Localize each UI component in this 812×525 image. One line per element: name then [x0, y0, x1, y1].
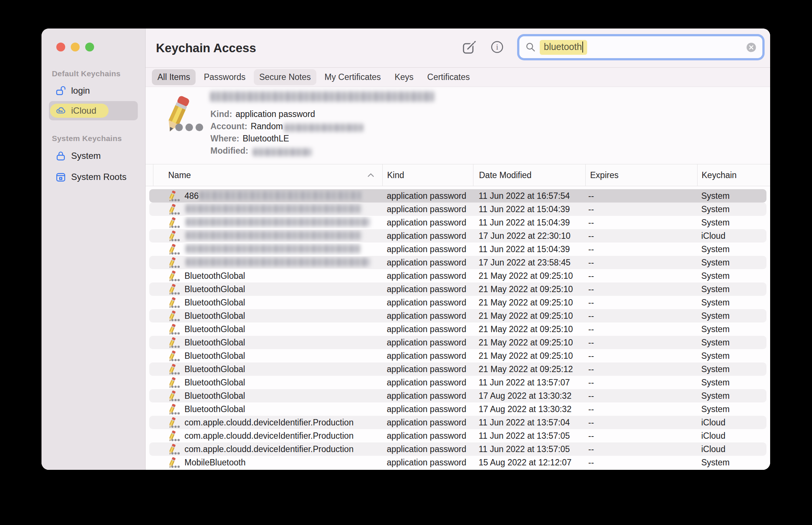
kind-cell: application password: [382, 391, 473, 401]
sidebar-item-label: System Roots: [71, 172, 126, 182]
clear-search-button[interactable]: [746, 42, 756, 53]
zoom-button[interactable]: [85, 43, 94, 51]
pencil-password-icon: [165, 390, 180, 402]
info-icon: i: [490, 40, 504, 56]
keychain-cell: System: [697, 204, 770, 214]
tab-my-certificates[interactable]: My Certificates: [319, 69, 386, 85]
sidebar-item-icloud[interactable]: iCloud: [49, 101, 138, 120]
expires-cell: --: [585, 444, 697, 454]
name-cell: BluetoothGlobal: [153, 390, 382, 402]
sidebar-section-system-keychains: System Keychains: [52, 134, 122, 143]
table-row[interactable]: BluetoothGlobal application password 21 …: [146, 269, 770, 282]
table-row[interactable]: application password 11 Jun 2022 at 15:0…: [146, 216, 770, 229]
table-row[interactable]: BluetoothGlobal application password 21 …: [146, 362, 770, 376]
table-row[interactable]: com.apple.cloudd.deviceIdentifier.Produc…: [146, 442, 770, 456]
column-header-date-modified[interactable]: Date Modified: [473, 164, 585, 186]
table-row[interactable]: application password 11 Jun 2022 at 15:0…: [146, 243, 770, 256]
tab-certificates[interactable]: Certificates: [422, 69, 475, 85]
date-modified-cell: 21 May 2022 at 09:25:10: [473, 311, 585, 321]
kind-cell: application password: [382, 311, 473, 321]
date-modified-cell: 21 May 2022 at 09:25:10: [473, 338, 585, 348]
sidebar-item-login[interactable]: login: [49, 81, 138, 100]
keychain-cell: System: [697, 284, 770, 294]
keychain-cell: System: [697, 458, 770, 468]
pencil-password-icon: [165, 443, 180, 455]
table-row[interactable]: application password 11 Jun 2022 at 15:0…: [146, 203, 770, 216]
pencil-password-icon: [165, 257, 180, 268]
column-header-name[interactable]: Name: [153, 164, 382, 186]
name-cell: [153, 257, 382, 268]
table-row[interactable]: BluetoothGlobal application password 21 …: [146, 336, 770, 349]
kind-cell: application password: [382, 191, 473, 201]
tab-all-items[interactable]: All Items: [152, 69, 196, 85]
table-row[interactable]: application password 17 Jun 2022 at 23:5…: [146, 256, 770, 269]
search-query-text: bluetooth: [544, 41, 582, 52]
column-header-keychain[interactable]: Keychain: [697, 164, 770, 186]
keychain-cell: iCloud: [697, 418, 770, 428]
keychain-access-window: Default Keychains login: [41, 29, 770, 470]
table-row[interactable]: BluetoothGlobal application password 17 …: [146, 389, 770, 402]
kind-cell: application password: [382, 218, 473, 228]
kind-cell: application password: [382, 458, 473, 468]
name-cell: 486: [153, 190, 382, 202]
chevron-up-icon: [367, 173, 375, 178]
keychain-cell: System: [697, 244, 770, 254]
sidebar-item-label: iCloud: [71, 106, 96, 116]
name-cell: com.apple.cloudd.deviceIdentifier.Produc…: [153, 417, 382, 428]
redacted-text: [186, 231, 362, 240]
sidebar-section-default-keychains: Default Keychains: [52, 69, 120, 78]
sidebar-item-label: System: [71, 151, 101, 161]
table-row[interactable]: com.apple.cloudd.deviceIdentifier.Produc…: [146, 429, 770, 442]
column-header-kind[interactable]: Kind: [382, 164, 473, 186]
keychain-cell: System: [697, 271, 770, 281]
expires-cell: --: [585, 311, 697, 321]
date-modified-cell: 21 May 2022 at 09:25:10: [473, 271, 585, 281]
sidebar-item-system-roots[interactable]: System Roots: [49, 167, 138, 187]
pencil-password-icon: [165, 243, 180, 255]
redacted-text: [200, 191, 363, 200]
column-header-expires[interactable]: Expires: [585, 164, 697, 186]
kind-cell: application password: [382, 258, 473, 268]
table-row[interactable]: BluetoothGlobal application password 21 …: [146, 322, 770, 336]
keychain-cell: System: [697, 298, 770, 308]
table-row[interactable]: BluetoothGlobal application password 21 …: [146, 349, 770, 362]
table-body: 486 application password 11 Jun 2022 at …: [146, 186, 770, 470]
table-row[interactable]: BluetoothGlobal application password 21 …: [146, 309, 770, 322]
keychain-cell: System: [697, 338, 770, 348]
tab-secure-notes[interactable]: Secure Notes: [254, 69, 316, 85]
keychain-cell: System: [697, 351, 770, 361]
name-cell: com.apple.cloudd.deviceIdentifier.Produc…: [153, 430, 382, 442]
name-cell: [153, 217, 382, 228]
table-row[interactable]: BluetoothGlobal application password 11 …: [146, 376, 770, 389]
item-detail-text: Kind:application password Account:Random…: [210, 91, 434, 157]
close-button[interactable]: [56, 43, 65, 51]
date-modified-cell: 21 May 2022 at 09:25:10: [473, 298, 585, 308]
minimize-button[interactable]: [71, 43, 80, 51]
table-row[interactable]: com.apple.cloudd.deviceIdentifier.Produc…: [146, 416, 770, 429]
name-cell: BluetoothGlobal: [153, 363, 382, 375]
table-row[interactable]: 486 application password 11 Jun 2022 at …: [146, 189, 770, 203]
expires-cell: --: [585, 458, 697, 468]
tab-keys[interactable]: Keys: [389, 69, 419, 85]
item-name: 486: [184, 191, 199, 201]
table-row[interactable]: application password 17 Jun 2022 at 22:3…: [146, 229, 770, 243]
sidebar-item-system[interactable]: System: [49, 146, 138, 165]
table-row[interactable]: BluetoothGlobal application password 21 …: [146, 282, 770, 296]
pencil-password-icon: [165, 350, 180, 362]
category-tabs: All Items Passwords Secure Notes My Cert…: [146, 67, 770, 87]
item-name: BluetoothGlobal: [184, 378, 245, 388]
cloud-key-icon: [55, 105, 66, 116]
item-name: BluetoothGlobal: [184, 404, 245, 414]
pencil-password-icon: [165, 190, 180, 202]
new-item-button[interactable]: [462, 40, 476, 56]
tab-passwords[interactable]: Passwords: [198, 69, 251, 85]
search-input[interactable]: bluetooth: [519, 36, 762, 58]
date-modified-cell: 21 May 2022 at 09:25:10: [473, 284, 585, 294]
get-info-button[interactable]: i: [490, 40, 504, 56]
pencil-password-icon: [165, 217, 180, 228]
table-row[interactable]: MobileBluetooth application password 15 …: [146, 456, 770, 469]
table-row[interactable]: BluetoothGlobal application password 17 …: [146, 402, 770, 416]
pencil-password-icon: [155, 94, 204, 134]
table-row[interactable]: BluetoothGlobal application password 21 …: [146, 296, 770, 309]
kind-cell: application password: [382, 364, 473, 374]
